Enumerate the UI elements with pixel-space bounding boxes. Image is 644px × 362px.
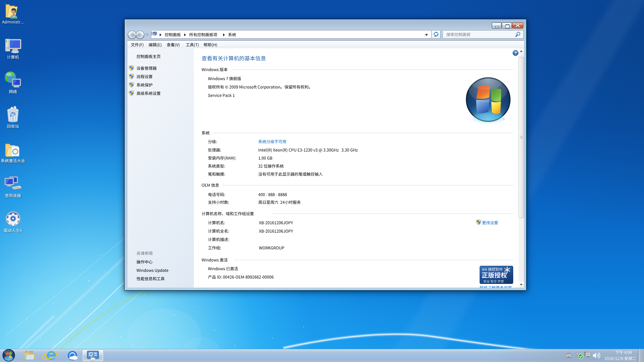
svg-text:?: ?: [514, 51, 517, 56]
svg-text:®: ®: [502, 118, 505, 121]
